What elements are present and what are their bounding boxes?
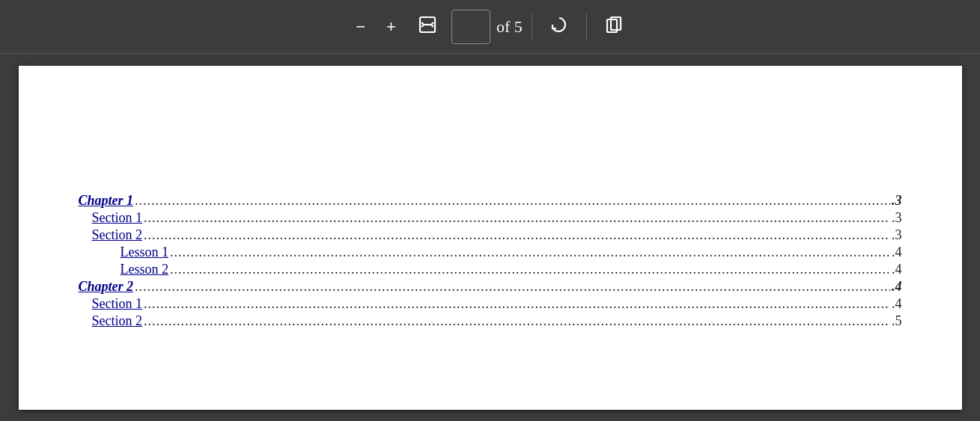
toc-page-6: .4 — [892, 296, 902, 312]
toc-dots-2: ........................................… — [144, 227, 890, 243]
toc-entry: Section 1...............................… — [79, 210, 902, 226]
zoom-out-button[interactable]: − — [348, 13, 373, 41]
fit-page-icon — [417, 14, 438, 40]
zoom-out-icon: − — [356, 17, 365, 37]
toc-page-1: .3 — [892, 210, 902, 226]
toc-dots-0: ........................................… — [135, 193, 890, 209]
toc-dots-7: ........................................… — [144, 313, 890, 329]
toc-entry: Section 2...............................… — [79, 227, 902, 243]
toc-label-0[interactable]: Chapter 1 — [79, 193, 134, 209]
toc-entry: Section 2...............................… — [79, 313, 902, 329]
toc-dots-6: ........................................… — [144, 296, 890, 312]
toc-page-0: .3 — [892, 193, 902, 209]
toc-dots-4: ........................................… — [170, 262, 890, 277]
toc-dots-3: ........................................… — [170, 245, 890, 260]
toc-dots-5: ........................................… — [135, 279, 890, 295]
divider-2 — [586, 13, 587, 40]
toc-label-2[interactable]: Section 2 — [92, 227, 143, 243]
toc-label-1[interactable]: Section 1 — [92, 210, 143, 226]
page-number-input[interactable]: 2 — [451, 10, 490, 44]
zoom-in-icon: + — [386, 17, 396, 37]
toc-label-4[interactable]: Lesson 2 — [121, 262, 169, 277]
toc-page-7: .5 — [892, 313, 902, 329]
toc-dots-1: ........................................… — [144, 210, 890, 226]
page: Chapter 1...............................… — [19, 66, 962, 410]
rotate-button[interactable] — [541, 10, 577, 44]
pages-icon — [603, 14, 624, 40]
toc-label-6[interactable]: Section 1 — [92, 296, 143, 312]
toc-page-3: .4 — [892, 245, 902, 260]
toc-page-5: .4 — [892, 279, 902, 295]
toc-label-3[interactable]: Lesson 1 — [121, 245, 169, 260]
toolbar: − + 2 of 5 — [0, 0, 980, 54]
toc-entry: Lesson 1................................… — [79, 245, 902, 260]
pages-button[interactable] — [596, 10, 632, 44]
toc-page-4: .4 — [892, 262, 902, 277]
toc-entry: Lesson 2................................… — [79, 262, 902, 277]
rotate-icon — [549, 14, 570, 40]
page-of-label: of 5 — [496, 17, 523, 37]
toc-entry: Chapter 1...............................… — [79, 193, 902, 209]
toc-entry: Chapter 2...............................… — [79, 279, 902, 295]
toc-label-5[interactable]: Chapter 2 — [79, 279, 134, 295]
zoom-in-button[interactable]: + — [379, 13, 404, 41]
toc-entry: Section 1...............................… — [79, 296, 902, 312]
fit-page-button[interactable] — [410, 10, 445, 44]
divider-1 — [532, 13, 532, 40]
toc-page-2: .3 — [892, 227, 902, 243]
toc-label-7[interactable]: Section 2 — [92, 313, 143, 329]
doc-container: Chapter 1...............................… — [0, 54, 980, 421]
toc: Chapter 1...............................… — [79, 193, 902, 329]
